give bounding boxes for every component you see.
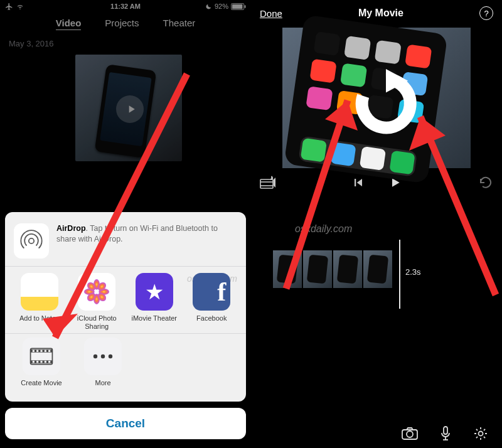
timeline[interactable]: osxdaily.com 2.3s — [251, 192, 502, 349]
undo-icon[interactable] — [478, 176, 493, 189]
svg-rect-31 — [260, 179, 273, 188]
done-button[interactable]: Done — [260, 8, 282, 19]
more-label: More — [74, 379, 132, 395]
svg-text:♪: ♪ — [270, 176, 273, 181]
svg-rect-20 — [33, 361, 35, 363]
airdrop-icon — [14, 223, 49, 259]
editor-topbar: Done My Movie ? — [251, 0, 502, 24]
svg-point-3 — [29, 238, 34, 243]
share-sheet: AirDrop. Tap to turn on Wi-Fi and Blueto… — [5, 212, 246, 439]
svg-rect-21 — [36, 361, 38, 363]
icloud-photo-label: iCloud Photo Sharing — [70, 314, 124, 331]
media-browser-icon[interactable]: ♪ — [260, 176, 276, 189]
svg-rect-38 — [444, 427, 447, 434]
imovie-theater-icon[interactable] — [136, 273, 173, 311]
settings-gear-icon[interactable] — [473, 426, 488, 441]
help-icon[interactable]: ? — [479, 6, 493, 20]
bottom-toolbar — [251, 419, 502, 448]
left-phone: 11:32 AM 92% Video Projects Theater May … — [0, 0, 251, 448]
timeline-clips[interactable] — [272, 250, 393, 289]
divider1 — [5, 266, 246, 267]
watermark-right: osxdaily.com — [295, 223, 352, 235]
clip-duration: 2.3s — [405, 267, 421, 277]
facebook-label: Facebook — [185, 314, 239, 331]
right-phone: Done My Movie ? ♪ — [251, 0, 502, 448]
clip-segment[interactable] — [333, 250, 363, 289]
svg-rect-24 — [48, 361, 50, 363]
svg-rect-17 — [40, 350, 42, 352]
svg-point-27 — [109, 355, 112, 358]
facebook-icon[interactable]: f — [193, 273, 230, 311]
project-title: My Movie — [358, 8, 403, 19]
icloud-photo-icon[interactable] — [78, 273, 115, 311]
create-movie-label: Create Movie — [13, 379, 70, 395]
svg-rect-19 — [48, 350, 50, 352]
svg-point-25 — [93, 355, 97, 358]
more-icon[interactable] — [84, 338, 122, 375]
svg-rect-16 — [36, 350, 38, 352]
imovie-theater-label: iMovie Theater — [127, 314, 181, 331]
camera-icon[interactable] — [402, 427, 418, 440]
notes-app-icon[interactable] — [21, 273, 58, 311]
svg-point-26 — [101, 355, 105, 358]
action-row: Create Movie More — [11, 338, 240, 395]
svg-rect-22 — [40, 361, 42, 363]
playhead[interactable] — [399, 240, 400, 309]
create-movie-icon[interactable] — [23, 338, 60, 375]
video-preview[interactable] — [282, 28, 471, 168]
divider2 — [5, 333, 246, 334]
rotate-icon[interactable] — [351, 69, 420, 138]
app-row: Add to Notes iCloud Photo Sharing iMovie… — [11, 273, 240, 331]
svg-point-41 — [479, 432, 483, 436]
svg-rect-15 — [33, 350, 35, 352]
clip-segment[interactable] — [363, 250, 393, 289]
cancel-button[interactable]: Cancel — [5, 408, 246, 439]
svg-rect-23 — [45, 361, 46, 363]
svg-point-37 — [407, 431, 413, 437]
microphone-icon[interactable] — [441, 426, 451, 441]
svg-rect-35 — [355, 179, 356, 186]
svg-rect-18 — [45, 350, 46, 352]
screenshot-stage: 11:32 AM 92% Video Projects Theater May … — [0, 0, 502, 448]
airdrop-text: AirDrop. Tap to turn on Wi-Fi and Blueto… — [56, 223, 237, 245]
airdrop-row[interactable]: AirDrop. Tap to turn on Wi-Fi and Blueto… — [14, 223, 237, 259]
prev-frame-icon[interactable] — [353, 177, 364, 188]
clip-segment[interactable] — [272, 250, 302, 289]
clip-segment[interactable] — [302, 250, 333, 289]
notes-app-label: Add to Notes — [13, 314, 67, 331]
